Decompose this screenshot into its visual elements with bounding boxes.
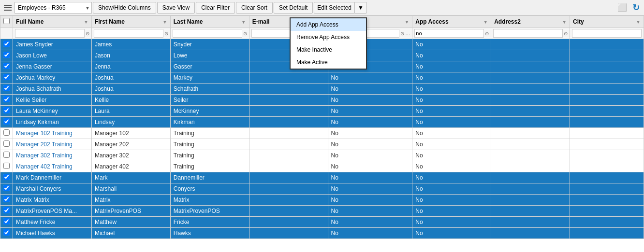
filter-full-name-input[interactable]	[15, 29, 85, 38]
email-cell	[249, 150, 328, 161]
filter-full-name-icon[interactable]: ⊙	[86, 31, 89, 36]
filter-first-name-input[interactable]	[94, 29, 163, 38]
address2-cell	[491, 39, 570, 50]
sort-last-name-icon[interactable]: ▼	[241, 19, 246, 25]
row-checkbox[interactable]	[3, 207, 10, 213]
row-checkbox[interactable]	[3, 118, 10, 125]
row-checkbox-cell	[0, 50, 13, 61]
address2-cell	[491, 161, 570, 172]
filter-last-name-icon[interactable]: ⊙	[243, 31, 247, 36]
last-name-cell: Schafrath	[170, 84, 249, 95]
sort-app-access-icon[interactable]: ▼	[483, 19, 488, 25]
inactive-cell: No	[328, 161, 412, 172]
filter-address2-input[interactable]	[493, 29, 563, 38]
full-name-link[interactable]: Marshall Conyers	[16, 185, 61, 192]
full-name-link[interactable]: Laura McKinney	[16, 108, 58, 114]
filter-app-access-icon[interactable]: ⊙	[485, 31, 489, 36]
view-select[interactable]: Employees - R365	[15, 2, 92, 14]
sort-full-name-icon[interactable]: ▼	[84, 19, 88, 25]
city-cell	[570, 139, 644, 150]
inactive-cell: No	[328, 128, 412, 139]
row-checkbox[interactable]	[3, 96, 10, 102]
row-checkbox[interactable]	[3, 85, 10, 91]
full-name-link[interactable]: Manager 402 Training	[16, 163, 73, 170]
filter-city-input[interactable]	[572, 29, 642, 38]
row-checkbox[interactable]	[3, 107, 10, 113]
city-cell	[570, 72, 644, 84]
first-name-cell: Marshall	[91, 183, 170, 195]
row-checkbox[interactable]	[3, 140, 10, 147]
full-name-link[interactable]: Michael Hawks	[16, 230, 55, 237]
full-name-link[interactable]: Jason Lowe	[16, 52, 47, 59]
row-checkbox[interactable]	[3, 218, 10, 224]
edit-selected-button[interactable]: Edit Selected	[314, 2, 354, 14]
dropdown-item-make-active[interactable]: Make Active	[291, 56, 366, 69]
filter-full-name: ⊙	[13, 28, 92, 39]
filter-app-access-input[interactable]	[414, 29, 484, 38]
table-row: Laura McKinneyLauraMcKinneyNoNo	[0, 106, 644, 117]
full-name-link[interactable]: MatrixProvenPOS Ma...	[16, 208, 77, 214]
clear-filter-button[interactable]: Clear Filter	[196, 2, 235, 14]
row-checkbox[interactable]	[3, 63, 10, 69]
full-name-link[interactable]: Matrix Matrix	[16, 196, 49, 203]
filter-inactive-icon[interactable]: ⊙	[400, 31, 404, 36]
row-checkbox[interactable]	[3, 229, 10, 236]
row-checkbox[interactable]	[3, 163, 10, 169]
full-name-link[interactable]: Mark Dannemiller	[16, 174, 61, 181]
show-hide-columns-button[interactable]: Show/Hide Columns	[93, 2, 156, 14]
save-view-button[interactable]: Save View	[157, 2, 195, 14]
table-row: Marshall ConyersMarshallConyersNoNo	[0, 183, 644, 195]
filter-address2-icon[interactable]: ⊙	[564, 31, 568, 36]
row-checkbox[interactable]	[3, 185, 10, 191]
email-cell	[249, 106, 328, 117]
row-checkbox[interactable]	[3, 196, 10, 202]
app-access-cell: No	[412, 117, 491, 128]
full-name-link[interactable]: Joshua Markey	[16, 74, 55, 81]
app-access-cell: No	[412, 106, 491, 117]
filter-inactive-options-icon[interactable]: …	[405, 31, 410, 36]
row-checkbox[interactable]	[3, 52, 10, 58]
last-name-cell: Training	[170, 161, 249, 172]
full-name-link[interactable]: James Snyder	[16, 41, 53, 48]
first-name-cell: Lindsay	[91, 117, 170, 128]
full-name-cell: Joshua Markey	[13, 72, 92, 84]
sort-first-name-icon[interactable]: ▼	[162, 19, 167, 25]
row-checkbox[interactable]	[3, 41, 10, 47]
dropdown-item-make-inactive[interactable]: Make Inactive	[291, 43, 366, 56]
full-name-link[interactable]: Lindsay Kirkman	[16, 119, 59, 126]
app-access-cell: No	[412, 183, 491, 195]
dropdown-item-add-app-access[interactable]: Add App Access	[291, 18, 366, 31]
edit-selected-dropdown-button[interactable]: ▼	[354, 2, 367, 14]
address2-cell	[491, 139, 570, 150]
filter-first-name-icon[interactable]: ⊙	[164, 31, 168, 36]
filter-last-name-input[interactable]	[173, 29, 242, 38]
full-name-link[interactable]: Manager 102 Training	[16, 130, 73, 137]
row-checkbox[interactable]	[3, 152, 10, 158]
full-name-link[interactable]: Jenna Gasser	[16, 63, 52, 70]
refresh-icon-button[interactable]: ↻	[629, 1, 642, 14]
full-name-link[interactable]: Manager 202 Training	[16, 141, 73, 148]
address2-cell	[491, 195, 570, 206]
full-name-link[interactable]: Manager 302 Training	[16, 152, 73, 159]
row-checkbox[interactable]	[3, 74, 10, 80]
row-checkbox-cell	[0, 217, 13, 228]
sort-inactive-icon[interactable]: ▼	[404, 19, 409, 25]
full-name-link[interactable]: Kellie Seiler	[16, 97, 46, 103]
row-checkbox[interactable]	[3, 129, 10, 136]
email-cell	[249, 139, 328, 150]
inactive-cell: No	[328, 228, 412, 239]
export-icon-button[interactable]: ⬜	[616, 1, 629, 14]
table-row: Matrix MatrixMatrixMatrixNoNo	[0, 195, 644, 206]
hamburger-menu[interactable]	[2, 2, 14, 14]
full-name-link[interactable]: Matthew Fricke	[16, 219, 55, 225]
set-default-button[interactable]: Set Default	[274, 2, 313, 14]
last-name-cell: Fricke	[170, 217, 249, 228]
select-all-checkbox[interactable]	[3, 18, 10, 24]
row-checkbox[interactable]	[3, 174, 10, 180]
full-name-link[interactable]: Joshua Schafrath	[16, 85, 61, 92]
sort-city-icon[interactable]: ▼	[636, 19, 641, 25]
dropdown-item-remove-app-access[interactable]: Remove App Access	[291, 31, 366, 43]
sort-address2-icon[interactable]: ▼	[562, 19, 567, 25]
select-all-header[interactable]	[0, 16, 13, 28]
clear-sort-button[interactable]: Clear Sort	[236, 2, 273, 14]
